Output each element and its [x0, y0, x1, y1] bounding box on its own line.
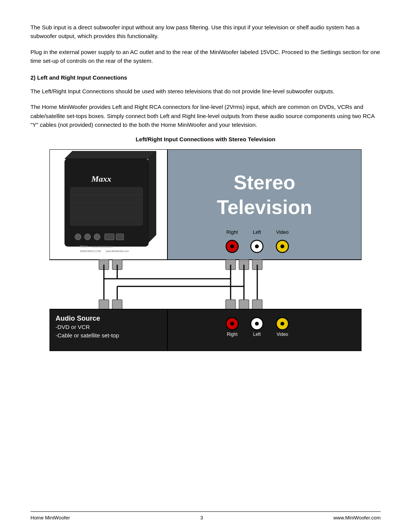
svg-text:WWW.MAXX.COM: WWW.MAXX.COM — [80, 250, 101, 252]
paragraph-4: The Home MiniWoofer provides Left and Ri… — [30, 102, 381, 129]
svg-text:Home MiniWoofer: Home MiniWoofer — [91, 245, 113, 248]
audio-label-right: Right — [227, 332, 238, 337]
audio-rca-left-inner — [255, 322, 259, 326]
svg-text:www.MinWoofer.com: www.MinWoofer.com — [105, 250, 129, 252]
connector-block-6 — [99, 300, 109, 310]
svg-point-10 — [84, 234, 91, 240]
tv-label-video: Video — [276, 229, 288, 235]
tv-rca-right-inner — [230, 244, 234, 248]
svg-rect-13 — [116, 234, 124, 240]
svg-marker-2 — [65, 151, 156, 159]
speaker-brand: Maxx — [91, 174, 112, 184]
svg-text:Maxx: Maxx — [80, 244, 88, 248]
tv-label-left: Left — [253, 229, 261, 235]
television-label: Television — [217, 196, 312, 218]
section-heading: 2) Left and Right Input Connections — [30, 74, 381, 81]
stereo-label: Stereo — [234, 171, 295, 193]
diagram-container: Maxx Maxx Home MiniWoofer WWW.MAXX.COM w… — [49, 149, 362, 352]
paragraph-1: The Sub input is a direct subwoofer inpu… — [30, 23, 381, 41]
svg-rect-12 — [105, 234, 114, 240]
tv-label-right: Right — [226, 229, 238, 235]
page: The Sub input is a direct subwoofer inpu… — [0, 0, 411, 532]
audio-label-left: Left — [253, 332, 261, 337]
audio-rca-right-inner — [230, 322, 234, 326]
footer-left: Home MiniWoofer — [30, 515, 70, 521]
paragraph-3: The Left/Right Input Connections should … — [30, 87, 381, 96]
audio-rca-video-inner — [280, 322, 284, 326]
diagram-svg: Maxx Maxx Home MiniWoofer WWW.MAXX.COM w… — [49, 149, 362, 351]
audio-source-dvd: -DVD or VCR — [56, 324, 90, 330]
diagram-title: Left/Right Input Connections with Stereo… — [30, 136, 381, 142]
connector-block-8 — [226, 300, 236, 310]
audio-label-video: Video — [277, 332, 288, 337]
footer: Home MiniWoofer 3 www.MiniWoofer.com — [30, 511, 381, 521]
footer-center: 3 — [200, 515, 203, 521]
connector-block-9 — [239, 300, 249, 310]
audio-source-title: Audio Source — [56, 315, 100, 322]
svg-marker-3 — [148, 151, 156, 243]
footer-right: www.MiniWoofer.com — [333, 515, 381, 521]
tv-rca-video-inner — [280, 244, 284, 248]
paragraph-2: Plug in the external power supply to an … — [30, 48, 381, 66]
svg-point-11 — [94, 234, 100, 240]
svg-point-9 — [75, 234, 81, 240]
tv-rca-left-inner — [255, 244, 259, 248]
connector-block-7 — [112, 300, 122, 310]
audio-source-rca-box — [167, 309, 362, 351]
audio-source-cable: -Cable or satellite set-top — [56, 332, 119, 339]
connector-block-10 — [252, 300, 262, 310]
svg-rect-4 — [70, 187, 143, 225]
